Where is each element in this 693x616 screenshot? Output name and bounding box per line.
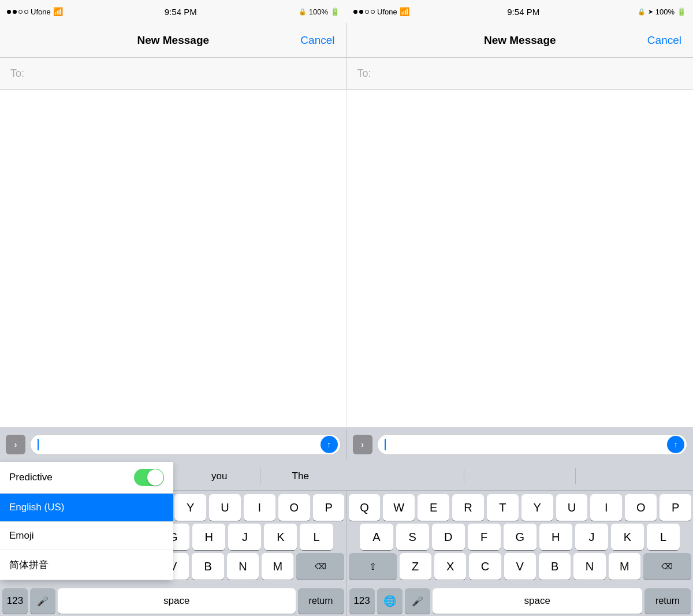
text-cursor-right (385, 439, 386, 450)
key-T-right[interactable]: T (487, 494, 519, 521)
cancel-button-right[interactable]: Cancel (647, 34, 681, 47)
key-U-right[interactable]: U (556, 494, 588, 521)
to-field-right[interactable]: To: (347, 58, 694, 89)
battery-percent-right: 100% (655, 8, 675, 16)
predictive-bar: Predictive English (US) Emoji 简体拼音 you (0, 462, 693, 491)
key-E-right[interactable]: E (418, 494, 449, 521)
key-K-right[interactable]: K (611, 524, 644, 550)
return-key-right[interactable]: return (644, 588, 691, 614)
battery-icon-right: 🔋 (677, 8, 686, 16)
key-V-right[interactable]: V (504, 553, 536, 580)
key-K-left[interactable]: K (264, 524, 297, 550)
bottom-half-right: 123 🌐 🎤 space return (347, 586, 694, 616)
mic-key-right[interactable]: 🎤 (405, 588, 430, 614)
key-C-right[interactable]: C (469, 553, 501, 580)
send-icon-right: ↑ (674, 440, 678, 449)
text-cursor-left (38, 439, 39, 450)
key-P-left[interactable]: P (313, 494, 345, 521)
suggestion-divider-r2 (575, 468, 576, 484)
language-english[interactable]: English (US) (0, 494, 173, 522)
send-button-left[interactable]: ↑ (321, 436, 338, 453)
predictive-header: Predictive (0, 462, 173, 494)
key-H-left[interactable]: H (192, 524, 225, 550)
expand-icon-right: › (361, 440, 364, 449)
key-O-right[interactable]: O (625, 494, 657, 521)
mic-key-left[interactable]: 🎤 (30, 588, 55, 614)
key-N-left[interactable]: N (227, 553, 259, 580)
key-D-right[interactable]: D (432, 524, 465, 550)
key-S-right[interactable]: S (396, 524, 429, 550)
key-P-right[interactable]: P (660, 494, 691, 521)
key-M-left[interactable]: M (262, 553, 293, 580)
delete-key-right[interactable]: ⌫ (643, 553, 691, 580)
wifi-icon-right: 📶 (400, 7, 409, 16)
signal-dot (13, 10, 17, 14)
return-label-right: return (655, 596, 680, 606)
key-J-left[interactable]: J (228, 524, 261, 550)
suggestion-the[interactable]: The (260, 471, 341, 482)
key-I-right[interactable]: I (590, 494, 622, 521)
key-G-right[interactable]: G (504, 524, 536, 550)
key-Y-left[interactable]: Y (174, 494, 206, 521)
space-key-right[interactable]: space (433, 588, 643, 614)
time-left: 9:54 PM (165, 7, 197, 17)
cancel-button-left[interactable]: Cancel (300, 34, 334, 47)
predictive-toggle[interactable] (134, 469, 164, 486)
key-I-left[interactable]: I (244, 494, 275, 521)
to-bar: To: To: (0, 58, 693, 90)
key-H-right[interactable]: H (539, 524, 572, 550)
key-J-right[interactable]: J (575, 524, 608, 550)
message-body-left[interactable] (0, 90, 347, 427)
key-O-left[interactable]: O (278, 494, 310, 521)
nav-bar-right: New Message Cancel (346, 23, 694, 57)
delete-key-left[interactable]: ⌫ (296, 553, 344, 580)
expand-icon-left: › (14, 440, 17, 449)
status-bar: Ufone 📶 9:54 PM 🔒 100% 🔋 Ufone 📶 9:54 PM… (0, 0, 693, 23)
nav-bar-left: New Message Cancel (0, 23, 346, 57)
wifi-icon-left: 📶 (53, 7, 63, 16)
key-X-right[interactable]: X (434, 553, 466, 580)
language-chinese-label: 简体拼音 (9, 559, 49, 570)
key-M-right[interactable]: M (609, 553, 640, 580)
predictive-label: Predictive (9, 472, 53, 483)
return-key-left[interactable]: return (298, 588, 344, 614)
key-L-left[interactable]: L (300, 524, 333, 550)
message-input-right[interactable]: ↑ (377, 434, 688, 455)
num-key-right[interactable]: 123 (349, 588, 375, 614)
message-body-right[interactable] (347, 90, 694, 427)
key-Y-right[interactable]: Y (521, 494, 553, 521)
key-Q-right[interactable]: Q (349, 494, 381, 521)
suggestion-you[interactable]: you (179, 471, 260, 482)
to-label-right: To: (357, 68, 371, 80)
language-emoji[interactable]: Emoji (0, 522, 173, 550)
location-icon-right: ➤ (648, 8, 653, 16)
key-Z-right[interactable]: Z (400, 553, 431, 580)
key-F-right[interactable]: F (468, 524, 501, 550)
key-A-right[interactable]: A (360, 524, 393, 550)
expand-button-right[interactable]: › (353, 435, 372, 454)
shift-key-right[interactable]: ⇧ (349, 553, 397, 580)
key-U-left[interactable]: U (209, 494, 241, 521)
compose-half-left: › ↑ (0, 430, 347, 460)
send-button-right[interactable]: ↑ (667, 436, 684, 453)
toggle-thumb (147, 469, 163, 486)
key-L-right[interactable]: L (647, 524, 680, 550)
message-input-left[interactable]: ↑ (30, 434, 341, 455)
time-right: 9:54 PM (507, 7, 539, 17)
space-key-left[interactable]: space (58, 588, 296, 614)
expand-button-left[interactable]: › (6, 435, 25, 454)
key-B-right[interactable]: B (539, 553, 571, 580)
language-chinese[interactable]: 简体拼音 (0, 550, 173, 580)
battery-area-right: 🔒 ➤ 100% 🔋 (638, 8, 686, 16)
globe-key-right[interactable]: 🌐 (377, 588, 403, 614)
key-R-right[interactable]: R (452, 494, 484, 521)
keyboard-right-row2: A S D F G H J K L (349, 524, 692, 550)
nav-title-left: New Message (137, 34, 209, 47)
num-key-left[interactable]: 123 (2, 588, 28, 614)
keyboard-right: Q W E R T Y U I O P A S D F G H J K L ⇧ … (347, 491, 694, 586)
key-W-right[interactable]: W (383, 494, 415, 521)
to-field-left[interactable]: To: (0, 58, 347, 89)
key-B-left[interactable]: B (192, 553, 223, 580)
signal-dot-empty (365, 10, 369, 14)
key-N-right[interactable]: N (573, 553, 605, 580)
